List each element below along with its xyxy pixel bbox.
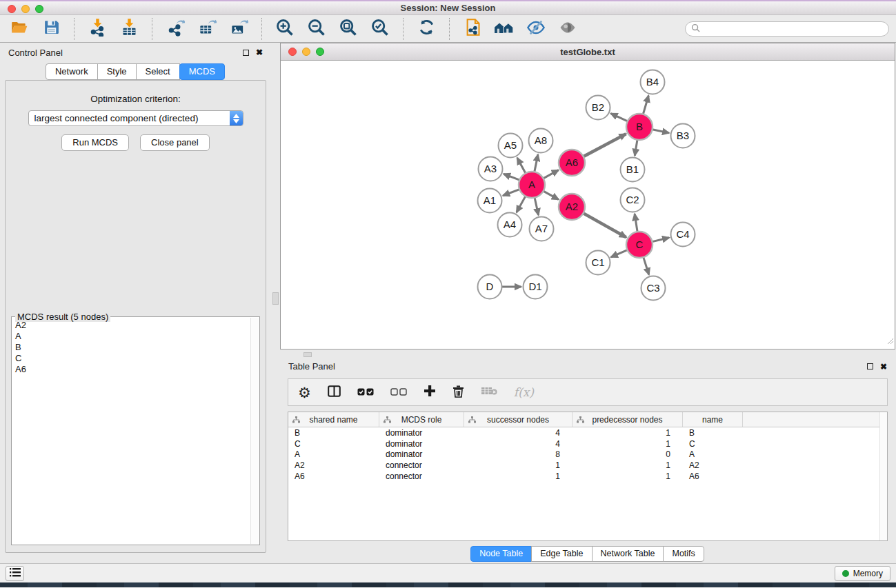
select-all-button[interactable] xyxy=(357,383,374,401)
float-panel-icon[interactable] xyxy=(243,50,249,56)
tab-node-table[interactable]: Node Table xyxy=(470,546,532,562)
network-canvas[interactable]: B4B2BB3A5A8A6B1A3AA1C2A2A4A7CC4C1C3DD1 xyxy=(281,61,895,348)
network-graph[interactable]: B4B2BB3A5A8A6B1A3AA1C2A2A4A7CC4C1C3DD1 xyxy=(281,61,895,348)
result-item[interactable]: A xyxy=(15,331,247,342)
table-settings-button[interactable]: ⚙ xyxy=(298,383,311,401)
export-image-button[interactable] xyxy=(228,18,250,40)
close-table-panel-icon[interactable]: ✖ xyxy=(880,363,887,371)
hide-graphics-details-button[interactable] xyxy=(525,18,547,40)
save-session-button[interactable] xyxy=(40,18,62,40)
table-scrollbar[interactable] xyxy=(879,412,887,540)
delete-table-button[interactable] xyxy=(481,383,497,401)
tab-style[interactable]: Style xyxy=(97,63,137,80)
export-network-button[interactable] xyxy=(164,18,186,40)
graph-node-label-B2: B2 xyxy=(592,101,604,113)
memory-button[interactable]: Memory xyxy=(835,566,890,581)
optimization-criterion-select[interactable]: largest connected component (directed) xyxy=(28,110,243,126)
graph-node-label-B3: B3 xyxy=(677,130,689,141)
network-minimize-button[interactable] xyxy=(302,48,310,56)
table-row[interactable]: Bdominator41B xyxy=(288,427,887,438)
graph-edge-A6-B[interactable] xyxy=(584,134,626,156)
graph-edge-A-A5[interactable] xyxy=(517,158,526,173)
show-columns-button[interactable] xyxy=(328,383,341,401)
tab-network[interactable]: Network xyxy=(46,63,98,80)
column-header-name[interactable]: name xyxy=(683,412,743,427)
graph-edge-A-A3[interactable] xyxy=(504,174,519,180)
list-icon xyxy=(10,567,21,580)
table-cell: 4 xyxy=(464,439,573,449)
checked-boxes-icon xyxy=(357,386,374,398)
search-input[interactable] xyxy=(704,24,883,34)
table-row[interactable]: A6connector11A6 xyxy=(288,471,887,482)
network-zoom-button[interactable] xyxy=(316,48,324,56)
export-table-button[interactable] xyxy=(196,18,218,40)
zoom-out-button[interactable] xyxy=(306,18,328,40)
network-close-button[interactable] xyxy=(288,48,297,56)
zoom-fit-button[interactable] xyxy=(337,18,359,40)
open-session-button[interactable] xyxy=(8,18,30,40)
column-header-successor-nodes[interactable]: successor nodes xyxy=(464,412,573,427)
import-network-button[interactable] xyxy=(86,18,108,40)
close-window-button[interactable] xyxy=(8,5,16,13)
run-mcds-button[interactable]: Run MCDS xyxy=(61,134,129,151)
export-network-icon xyxy=(166,18,185,39)
table-row[interactable]: Cdominator41C xyxy=(288,438,887,449)
table-cell: A xyxy=(288,449,379,459)
zoom-in-button[interactable] xyxy=(274,18,296,40)
tab-edge-table[interactable]: Edge Table xyxy=(531,546,592,562)
show-eye-button[interactable] xyxy=(557,18,579,40)
graph-edge-C-C3[interactable] xyxy=(644,257,649,274)
tab-mcds[interactable]: MCDS xyxy=(179,63,225,80)
result-item[interactable]: A6 xyxy=(15,364,247,375)
import-table-button[interactable] xyxy=(118,18,140,40)
tab-motifs[interactable]: Motifs xyxy=(663,546,704,562)
tab-network-table[interactable]: Network Table xyxy=(592,546,664,562)
result-item[interactable]: C xyxy=(15,353,247,364)
graph-edge-A-A1[interactable] xyxy=(503,190,519,196)
resize-grip-icon[interactable] xyxy=(886,335,894,347)
vertical-splitter-handle[interactable] xyxy=(272,292,279,305)
graph-edge-A-A4[interactable] xyxy=(517,196,526,212)
table-cell: B xyxy=(683,428,743,438)
graph-edge-A-A6[interactable] xyxy=(544,170,559,179)
task-history-button[interactable] xyxy=(6,566,24,581)
add-column-button[interactable] xyxy=(424,383,436,401)
column-header-shared-name[interactable]: shared name xyxy=(288,412,379,427)
result-scrollbar[interactable] xyxy=(250,318,259,544)
graph-edge-B-B1[interactable] xyxy=(635,140,637,156)
tab-select[interactable]: Select xyxy=(136,63,180,80)
column-header-predecessor-nodes[interactable]: predecessor nodes xyxy=(573,412,683,427)
zoom-selected-button[interactable] xyxy=(369,18,391,40)
result-item[interactable]: B xyxy=(15,342,247,353)
zoom-window-button[interactable] xyxy=(35,5,43,13)
graph-edge-A2-C[interactable] xyxy=(584,213,626,237)
home-button[interactable] xyxy=(493,18,515,40)
graph-edge-A-A8[interactable] xyxy=(535,154,538,172)
horizontal-splitter-handle[interactable] xyxy=(303,352,312,357)
table-row[interactable]: A2connector11A2 xyxy=(288,460,887,471)
table-cell: B xyxy=(288,428,379,438)
graph-edge-B-B4[interactable] xyxy=(643,96,648,114)
search-field[interactable] xyxy=(685,21,889,37)
delete-columns-button[interactable] xyxy=(452,383,464,401)
graph-edge-B-B3[interactable] xyxy=(653,130,669,133)
minimize-window-button[interactable] xyxy=(21,5,30,13)
table-row[interactable]: Adominator80A xyxy=(288,449,887,460)
close-panel-icon[interactable]: ✖ xyxy=(256,48,263,57)
refresh-button[interactable] xyxy=(415,18,437,40)
function-builder-button[interactable]: f(x) xyxy=(514,383,534,401)
result-item[interactable]: A2 xyxy=(15,320,247,331)
graph-edge-B-B2[interactable] xyxy=(611,114,628,121)
close-panel-button[interactable]: Close panel xyxy=(140,134,210,151)
graph-node-label-D1: D1 xyxy=(528,281,541,292)
graph-edge-C-C2[interactable] xyxy=(635,214,637,232)
graph-edge-A-A2[interactable] xyxy=(544,191,559,199)
graph-edge-C-C1[interactable] xyxy=(611,250,628,257)
float-table-panel-icon[interactable] xyxy=(867,363,873,369)
toolbar-separator xyxy=(449,18,450,40)
graph-edge-C-C4[interactable] xyxy=(652,238,669,242)
deselect-all-button[interactable] xyxy=(390,383,407,401)
column-header-MCDS-role[interactable]: MCDS role xyxy=(379,412,464,427)
graph-edge-A-A7[interactable] xyxy=(535,198,539,215)
copy-network-button[interactable] xyxy=(461,18,484,40)
